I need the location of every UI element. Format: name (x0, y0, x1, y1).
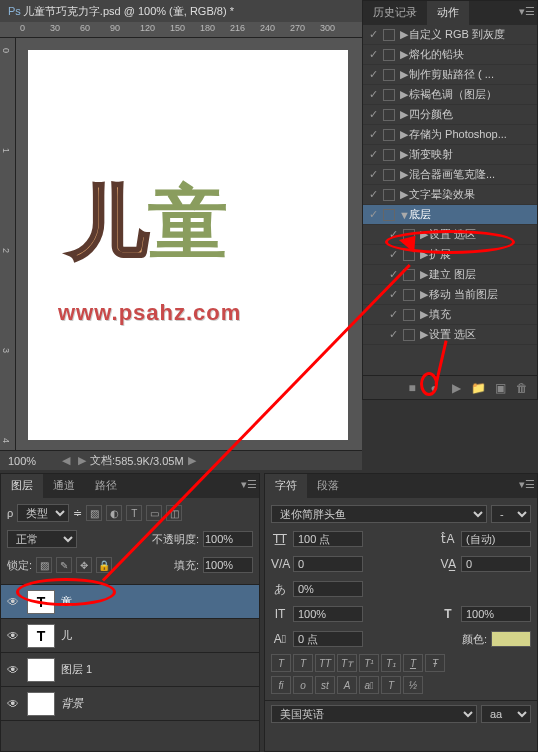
layer-thumb-bg[interactable] (27, 692, 55, 716)
document-canvas[interactable]: 儿童 www.psahz.com (28, 50, 348, 440)
action-item[interactable]: ✓▶熔化的铅块 (363, 45, 537, 65)
tab-paragraph[interactable]: 段落 (307, 474, 349, 498)
panel-tabs: 历史记录 动作 ▾☰ (363, 1, 537, 25)
bold-button[interactable]: T (271, 654, 291, 672)
tab-layers[interactable]: 图层 (1, 474, 43, 498)
zoom-input[interactable] (8, 455, 58, 467)
visibility-icon[interactable]: 👁 (5, 629, 21, 643)
visibility-icon[interactable]: 👁 (5, 663, 21, 677)
play-icon[interactable]: ▶ (449, 381, 463, 395)
tsume-input[interactable] (293, 581, 363, 597)
stop-icon[interactable]: ■ (405, 381, 419, 395)
font-family-select[interactable]: 迷你简胖头鱼 (271, 505, 487, 523)
action-step[interactable]: ✓▶扩展 (363, 245, 537, 265)
layer-thumb-text[interactable]: T (27, 590, 55, 614)
tsume-icon: あ (271, 581, 289, 598)
action-step[interactable]: ✓▶填充 (363, 305, 537, 325)
filter-type-select[interactable]: 类型 (17, 504, 69, 522)
action-item[interactable]: ✓▶棕褐色调（图层） (363, 85, 537, 105)
ligature-button[interactable]: fi (271, 676, 291, 694)
lock-pixels-icon[interactable]: ✎ (56, 557, 72, 573)
text-color-swatch[interactable] (491, 631, 531, 647)
vscale-input[interactable] (293, 606, 363, 622)
tab-paths[interactable]: 路径 (85, 474, 127, 498)
actions-list[interactable]: ✓▶自定义 RGB 到灰度 ✓▶熔化的铅块 ✓▶制作剪贴路径 ( ... ✓▶棕… (363, 25, 537, 375)
baseline-input[interactable] (293, 631, 363, 647)
hscale-input[interactable] (461, 606, 531, 622)
underline-button[interactable]: T (403, 654, 423, 672)
fill-input[interactable] (203, 557, 253, 573)
font-size-input[interactable] (293, 531, 363, 547)
antialias-select[interactable]: aa (481, 705, 531, 723)
panel-menu-icon[interactable]: ▾☰ (519, 478, 535, 491)
filter-pixel-icon[interactable]: ▨ (86, 505, 102, 521)
layer-list[interactable]: 👁 T 童 👁 T 儿 👁 图层 1 👁 背景 (1, 584, 259, 721)
smallcaps-button[interactable]: Tᴛ (337, 654, 357, 672)
action-item-selected[interactable]: ✓▼底层 (363, 205, 537, 225)
action-item[interactable]: ✓▶四分颜色 (363, 105, 537, 125)
filter-smart-icon[interactable]: ◫ (166, 505, 182, 521)
action-step[interactable]: ✓▶设置 选区 (363, 325, 537, 345)
chevron-left-icon[interactable]: ◀ (62, 454, 70, 467)
ruler-vertical[interactable]: 0 1 2 3 4 (0, 38, 16, 452)
action-step[interactable]: ✓▶设置 选区 (363, 225, 537, 245)
oldstyle-button[interactable]: o (293, 676, 313, 694)
action-step[interactable]: ✓▶建立 图层 (363, 265, 537, 285)
superscript-button[interactable]: T¹ (359, 654, 379, 672)
history-panel: 历史记录 动作 ▾☰ ✓▶自定义 RGB 到灰度 ✓▶熔化的铅块 ✓▶制作剪贴路… (362, 0, 538, 400)
trash-icon[interactable]: 🗑 (515, 381, 529, 395)
ps-icon: Ps (8, 5, 21, 17)
action-item[interactable]: ✓▶混合器画笔克隆... (363, 165, 537, 185)
action-item[interactable]: ✓▶文字晕染效果 (363, 185, 537, 205)
tracking-input[interactable] (461, 556, 531, 572)
action-step[interactable]: ✓▶移动 当前图层 (363, 285, 537, 305)
panel-menu-icon[interactable]: ▾☰ (241, 478, 257, 491)
stylistic-button[interactable]: st (315, 676, 335, 694)
layer-item[interactable]: 👁 T 童 (1, 585, 259, 619)
leading-input[interactable] (461, 531, 531, 547)
fraction-button[interactable]: ½ (403, 676, 423, 694)
ordinal-button[interactable]: T (381, 676, 401, 694)
tab-channels[interactable]: 通道 (43, 474, 85, 498)
lock-position-icon[interactable]: ✥ (76, 557, 92, 573)
layer-item[interactable]: 👁 T 儿 (1, 619, 259, 653)
tab-actions[interactable]: 动作 (427, 1, 469, 25)
italic-button[interactable]: T (293, 654, 313, 672)
layer-item[interactable]: 👁 背景 (1, 687, 259, 721)
new-icon[interactable]: ▣ (493, 381, 507, 395)
language-select[interactable]: 美国英语 (271, 705, 477, 723)
tab-character[interactable]: 字符 (265, 474, 307, 498)
record-icon[interactable]: ● (427, 381, 441, 395)
font-style-select[interactable]: - (491, 505, 531, 523)
tracking-icon: VA̲ (439, 557, 457, 571)
search-icon: ρ (7, 507, 13, 519)
subscript-button[interactable]: T₁ (381, 654, 401, 672)
chevron-right-icon[interactable]: ▶ (78, 454, 86, 467)
action-item[interactable]: ✓▶制作剪贴路径 ( ... (363, 65, 537, 85)
opacity-input[interactable] (203, 531, 253, 547)
ornaments-button[interactable]: aͩ (359, 676, 379, 694)
lock-all-icon[interactable]: 🔒 (96, 557, 112, 573)
layer-thumb[interactable] (27, 658, 55, 682)
action-item[interactable]: ✓▶渐变映射 (363, 145, 537, 165)
folder-icon[interactable]: 📁 (471, 381, 485, 395)
layer-item[interactable]: 👁 图层 1 (1, 653, 259, 687)
filter-adjust-icon[interactable]: ◐ (106, 505, 122, 521)
filter-shape-icon[interactable]: ▭ (146, 505, 162, 521)
action-item[interactable]: ✓▶存储为 Photoshop... (363, 125, 537, 145)
panel-menu-icon[interactable]: ▾☰ (519, 5, 535, 18)
visibility-icon[interactable]: 👁 (5, 595, 21, 609)
layer-thumb-text[interactable]: T (27, 624, 55, 648)
lock-transparency-icon[interactable]: ▨ (36, 557, 52, 573)
chevron-right-icon[interactable]: ▶ (188, 454, 196, 467)
strikethrough-button[interactable]: Ŧ (425, 654, 445, 672)
tab-history[interactable]: 历史记录 (363, 1, 427, 25)
titling-button[interactable]: A (337, 676, 357, 694)
kerning-input[interactable] (293, 556, 363, 572)
filter-text-icon[interactable]: T (126, 505, 142, 521)
canvas-area[interactable]: 儿童 www.psahz.com (16, 38, 362, 450)
visibility-icon[interactable]: 👁 (5, 697, 21, 711)
blend-mode-select[interactable]: 正常 (7, 530, 77, 548)
action-item[interactable]: ✓▶自定义 RGB 到灰度 (363, 25, 537, 45)
allcaps-button[interactable]: TT (315, 654, 335, 672)
